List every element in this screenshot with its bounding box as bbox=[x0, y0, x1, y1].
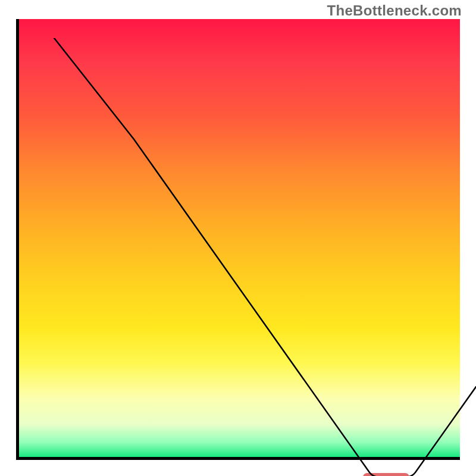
y-axis-line bbox=[16, 19, 19, 460]
plot-area bbox=[16, 19, 460, 460]
chart-container: TheBottleneck.com bbox=[0, 0, 476, 476]
x-axis-line bbox=[16, 457, 460, 460]
chart-overlay bbox=[32, 38, 476, 476]
watermark-label: TheBottleneck.com bbox=[327, 2, 462, 19]
bottleneck-curve bbox=[54, 38, 476, 476]
